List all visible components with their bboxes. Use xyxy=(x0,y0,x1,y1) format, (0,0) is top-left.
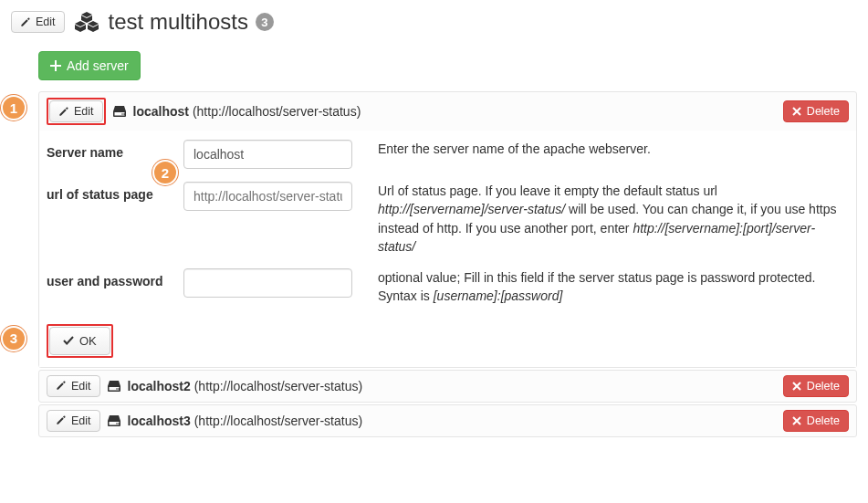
userpass-label: user and password xyxy=(47,268,183,288)
edit-page-button[interactable]: Edit xyxy=(11,11,65,33)
server-block: Edit localhost3 (http://localhost/server… xyxy=(38,404,857,437)
step-badge-3: 3 xyxy=(1,326,26,351)
pencil-icon xyxy=(56,381,66,391)
ok-button[interactable]: OK xyxy=(49,327,110,355)
page-title: test multihosts 3 xyxy=(109,9,274,35)
edit-server-button[interactable]: Edit xyxy=(47,410,100,432)
userpass-help: optional value; Fill in this field if th… xyxy=(378,268,849,306)
server-name-help: Enter the server name of the apache webs… xyxy=(378,140,849,158)
pencil-icon xyxy=(56,415,66,425)
add-server-button[interactable]: Add server xyxy=(38,51,141,80)
add-server-label: Add server xyxy=(67,58,129,73)
edit-page-label: Edit xyxy=(36,16,56,28)
close-icon xyxy=(792,107,801,116)
check-icon xyxy=(63,336,74,345)
hdd-icon xyxy=(108,381,120,392)
close-icon xyxy=(792,416,801,425)
userpass-input[interactable] xyxy=(183,268,352,298)
status-url-input[interactable] xyxy=(183,182,352,211)
step-badge-1: 1 xyxy=(1,95,26,121)
server-name-input[interactable] xyxy=(183,140,352,169)
server-name-label: Server name xyxy=(47,140,183,160)
hdd-icon xyxy=(113,106,126,117)
plus-icon xyxy=(50,60,61,71)
cubes-icon xyxy=(74,12,99,32)
pencil-icon xyxy=(58,107,68,117)
server-title: localhost (http://localhost/server-statu… xyxy=(133,104,361,119)
pencil-icon xyxy=(20,17,30,27)
delete-server-button[interactable]: Delete xyxy=(783,100,849,122)
edit-server-button[interactable]: Edit xyxy=(47,375,100,397)
hdd-icon xyxy=(108,415,120,426)
status-url-help: Url of status page. If you leave it empt… xyxy=(378,182,849,256)
server-block: Edit localhost2 (http://localhost/server… xyxy=(38,370,857,403)
delete-server-button[interactable]: Delete xyxy=(783,375,849,397)
server-title: localhost3 (http://localhost/server-stat… xyxy=(128,414,363,428)
server-title: localhost2 (http://localhost/server-stat… xyxy=(128,379,363,393)
close-icon xyxy=(792,382,801,391)
delete-server-button[interactable]: Delete xyxy=(783,410,849,432)
server-block-expanded: 1 Edit localhost (http://localhost/serve… xyxy=(38,91,857,368)
edit-server-button[interactable]: Edit xyxy=(49,100,103,122)
server-count-badge: 3 xyxy=(256,13,274,31)
status-url-label: url of status page xyxy=(47,182,183,202)
